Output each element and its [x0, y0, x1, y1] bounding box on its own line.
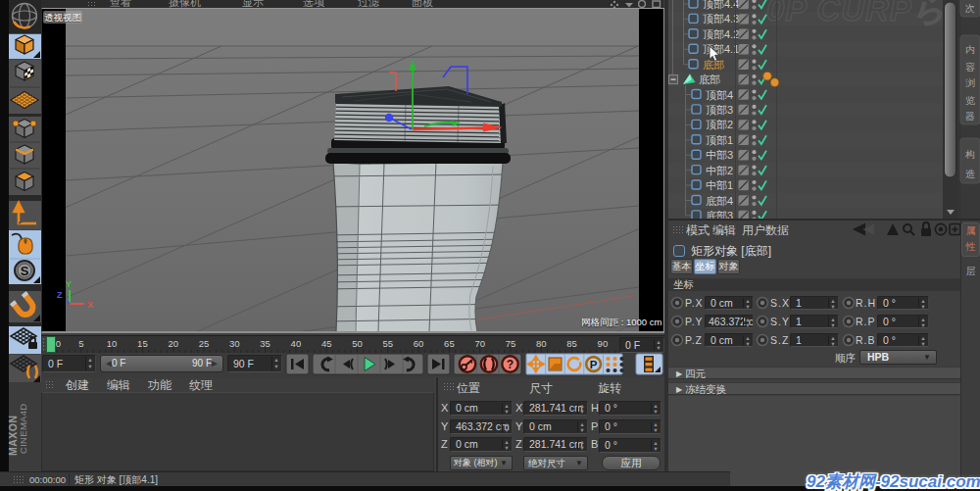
- svg-text:0P CURPら: 0P CURPら: [766, 0, 947, 27]
- svg-text:0: 0: [56, 338, 61, 349]
- svg-text:50: 50: [352, 338, 363, 349]
- svg-text:S.Z: S.Z: [770, 334, 789, 346]
- svg-text:器: 器: [965, 111, 975, 122]
- svg-text:顶部4.3: 顶部4.3: [703, 13, 739, 25]
- svg-text:造: 造: [965, 169, 975, 179]
- svg-text:5: 5: [78, 338, 83, 349]
- svg-text:45: 45: [321, 338, 332, 349]
- svg-text:75: 75: [506, 338, 516, 349]
- svg-text:览: 览: [965, 95, 975, 106]
- svg-text:P.Y: P.Y: [685, 316, 704, 327]
- svg-text:中部3: 中部3: [706, 149, 733, 161]
- svg-text:浏: 浏: [965, 77, 975, 88]
- svg-text:R.B: R.B: [856, 334, 876, 346]
- svg-text:70: 70: [474, 338, 485, 349]
- svg-text:构: 构: [964, 149, 975, 160]
- svg-text:R.P: R.P: [856, 316, 876, 327]
- svg-text:S: S: [21, 264, 29, 278]
- svg-text:10: 10: [107, 338, 118, 349]
- svg-text:35: 35: [260, 338, 270, 349]
- svg-text:顶部4.2: 顶部4.2: [703, 28, 739, 40]
- svg-text:底部3: 底部3: [706, 210, 733, 219]
- svg-text:P.Z: P.Z: [685, 334, 703, 346]
- svg-text:Y: Y: [66, 279, 72, 289]
- svg-text:S.Y: S.Y: [770, 316, 790, 327]
- svg-text:P: P: [590, 359, 598, 370]
- svg-text:90: 90: [598, 338, 609, 349]
- svg-text:65: 65: [444, 338, 455, 349]
- svg-text:60: 60: [414, 338, 424, 349]
- svg-text:X: X: [87, 300, 93, 310]
- svg-text:?: ?: [507, 358, 514, 371]
- svg-text:容: 容: [965, 62, 975, 73]
- svg-text:顶部4.4: 顶部4.4: [703, 0, 739, 10]
- svg-text:顶部3: 顶部3: [706, 104, 733, 116]
- svg-text:P.X: P.X: [685, 297, 704, 309]
- svg-text:85: 85: [566, 338, 577, 349]
- svg-text:顶部2: 顶部2: [706, 119, 733, 130]
- svg-text:20: 20: [168, 338, 178, 349]
- svg-text:CINEMA4D: CINEMA4D: [18, 404, 28, 455]
- svg-text:中部1: 中部1: [706, 179, 733, 191]
- svg-text:顶部4: 顶部4: [706, 89, 733, 101]
- svg-text:S.X: S.X: [770, 297, 790, 309]
- svg-text:顶部1: 顶部1: [706, 134, 733, 146]
- svg-text:25: 25: [199, 338, 210, 349]
- svg-text:中部2: 中部2: [706, 165, 733, 176]
- svg-text:R.H: R.H: [856, 297, 876, 309]
- svg-text:次: 次: [965, 3, 975, 14]
- svg-text:顶部4.1: 顶部4.1: [703, 43, 739, 55]
- svg-text:底部4: 底部4: [706, 195, 733, 207]
- svg-text:底部: 底部: [703, 59, 724, 71]
- svg-text:底部: 底部: [699, 74, 720, 85]
- svg-text:55: 55: [383, 338, 394, 349]
- svg-text:15: 15: [137, 338, 148, 349]
- svg-text:40: 40: [291, 338, 302, 349]
- svg-text:30: 30: [229, 338, 240, 349]
- svg-text:内: 内: [965, 44, 975, 55]
- svg-text:80: 80: [536, 338, 547, 349]
